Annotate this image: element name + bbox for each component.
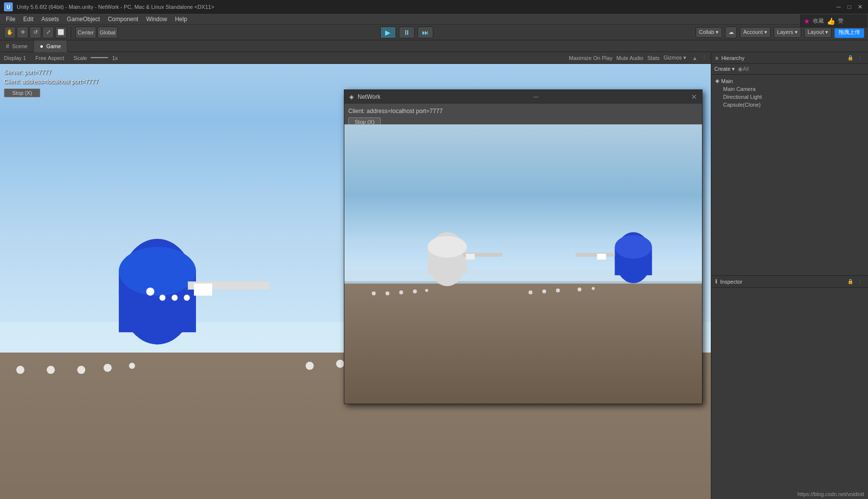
hierarchy-item-directional-light[interactable]: Directional Light <box>711 93 868 101</box>
svg-rect-7 <box>194 284 212 296</box>
top-right-panel: ★ 收藏 👍 赞 <box>799 14 868 29</box>
hierarchy-create-btn[interactable]: Create ▾ <box>714 66 735 72</box>
collab-button[interactable]: Collab ▾ <box>696 27 722 38</box>
game-toolbar: Display 1 | Free Aspect | Scale ━━━━━ 1x… <box>0 52 711 64</box>
svg-point-44 <box>556 289 560 293</box>
game-view-maximize-btn[interactable]: ▲ <box>692 55 698 61</box>
tab-game[interactable]: ● Game <box>34 40 67 52</box>
hierarchy-title: Hierarchy <box>721 55 744 61</box>
layers-button[interactable]: Layers ▾ <box>774 27 801 38</box>
game-view-options-btn[interactable]: ⋮ <box>701 55 707 61</box>
like-label: 赞 <box>838 17 843 25</box>
network-maximize-btn[interactable]: ✕ <box>691 93 697 101</box>
inspector-header: ℹ Inspector 🔒 ⋮ <box>711 276 868 288</box>
toolbar: ✋ ✛ ↺ ⤢ ⬜ Center Global ▶ ⏸ ⏭ Collab ▾ ☁… <box>0 25 868 40</box>
hierarchy-item-label: Main Camera <box>723 86 756 92</box>
inspector-lock-btn[interactable]: 🔒 <box>846 278 854 286</box>
svg-point-20 <box>146 288 155 296</box>
maximize-toggle[interactable]: Maximize On Play <box>569 55 613 61</box>
center-button[interactable]: Center <box>75 27 96 38</box>
server-text: Server: port=7777 <box>4 68 98 77</box>
svg-rect-35 <box>576 253 615 257</box>
menu-gameobject[interactable]: GameObject <box>63 15 104 24</box>
hierarchy-panel: ≡ Hierarchy 🔒 ⋮ Create ▾ ◉All ◈ Main Mai… <box>711 52 868 276</box>
inspector-panel: ℹ Inspector 🔒 ⋮ <box>711 276 868 499</box>
menu-assets[interactable]: Assets <box>37 15 63 24</box>
network-window: ◈ NetWork ─ ✕ Client: address=localhost … <box>344 89 702 404</box>
close-button[interactable]: ✕ <box>856 3 864 11</box>
menu-file[interactable]: File <box>2 15 19 24</box>
network-game-view <box>344 124 702 404</box>
hierarchy-icon: ≡ <box>715 55 718 61</box>
svg-point-39 <box>399 291 403 294</box>
network-close-btn[interactable]: ─ <box>533 93 538 101</box>
stop-button-game[interactable]: Stop (X) <box>4 88 40 97</box>
inspector-panel-actions: 🔒 ⋮ <box>846 278 864 286</box>
restore-button[interactable]: □ <box>845 3 853 11</box>
svg-rect-36 <box>597 254 606 260</box>
display-selector[interactable]: Display 1 <box>4 55 26 61</box>
scale-slider[interactable]: ━━━━━ <box>91 55 108 61</box>
svg-point-21 <box>160 294 166 300</box>
hierarchy-item-capsule[interactable]: Capsule(Clone) <box>711 101 868 109</box>
game-icon: ● <box>40 43 43 50</box>
network-icon: ◈ <box>349 93 354 100</box>
step-button[interactable]: ⏭ <box>418 27 433 38</box>
hierarchy-item-label: Capsule(Clone) <box>723 102 760 108</box>
rotate-tool[interactable]: ↺ <box>29 27 41 38</box>
svg-point-43 <box>542 290 546 294</box>
hierarchy-scene: ◈ Main <box>711 77 868 85</box>
play-button[interactable]: ▶ <box>380 27 396 38</box>
global-button[interactable]: Global <box>97 27 118 38</box>
aspect-selector[interactable]: Free Aspect <box>35 55 64 61</box>
right-panel: ≡ Hierarchy 🔒 ⋮ Create ▾ ◉All ◈ Main Mai… <box>711 52 868 499</box>
menu-component[interactable]: Component <box>104 15 142 24</box>
svg-point-29 <box>428 236 467 258</box>
menu-edit[interactable]: Edit <box>19 15 37 24</box>
svg-point-19 <box>336 360 344 368</box>
rect-tool[interactable]: ⬜ <box>55 27 67 38</box>
svg-point-14 <box>47 366 55 374</box>
scene-icon: # <box>6 43 9 50</box>
gizmos-button[interactable]: Gizmos ▾ <box>664 55 686 61</box>
move-tool[interactable]: ✛ <box>17 27 28 38</box>
inspector-title: Inspector <box>720 279 742 285</box>
svg-point-17 <box>129 363 135 369</box>
pivot-tools: Center Global <box>75 27 118 38</box>
transform-tools: ✋ ✛ ↺ ⤢ ⬜ <box>4 27 67 38</box>
game-overlay: Server: port=7777 Client: address=localh… <box>4 68 98 98</box>
pause-button[interactable]: ⏸ <box>399 27 415 38</box>
hierarchy-menu-btn[interactable]: ⋮ <box>856 54 864 62</box>
minimize-button[interactable]: ─ <box>835 3 842 11</box>
hand-tool[interactable]: ✋ <box>4 27 16 38</box>
favorite-button[interactable]: ★ 收藏 👍 赞 <box>800 14 868 28</box>
tab-bar: # Scene ● Game <box>0 40 868 52</box>
cloud-button[interactable]: ☁ <box>725 27 737 38</box>
svg-point-5 <box>119 247 196 295</box>
stats-toggle[interactable]: Stats <box>647 55 660 61</box>
svg-point-38 <box>386 292 390 295</box>
hierarchy-lock-btn[interactable]: 🔒 <box>846 54 854 62</box>
account-button[interactable]: Account ▾ <box>740 27 771 38</box>
mute-toggle[interactable]: Mute Audio <box>616 55 644 61</box>
network-client-text: Client: address=localhost port=7777 <box>348 108 698 115</box>
hierarchy-item-label: Directional Light <box>723 94 762 100</box>
hierarchy-all-btn[interactable]: ◉All <box>738 66 749 72</box>
svg-point-23 <box>184 294 190 300</box>
unity-scene-icon: ◈ <box>715 78 719 84</box>
title-bar: U Unity 5.6.6f2 (64bit) - Main.unity - N… <box>0 0 868 14</box>
svg-point-34 <box>615 235 652 259</box>
svg-point-37 <box>372 292 376 295</box>
hierarchy-content: ◈ Main Main Camera Directional Light Cap… <box>711 75 868 275</box>
svg-rect-26 <box>344 284 702 404</box>
scale-tool[interactable]: ⤢ <box>42 27 54 38</box>
inspector-menu-btn[interactable]: ⋮ <box>856 278 864 286</box>
network-title: NetWork <box>358 93 380 100</box>
menu-help[interactable]: Help <box>171 15 191 24</box>
hierarchy-item-main-camera[interactable]: Main Camera <box>711 85 868 93</box>
scale-label: Scale <box>74 55 87 61</box>
svg-point-13 <box>16 366 25 374</box>
svg-point-16 <box>104 364 112 372</box>
tab-scene[interactable]: # Scene <box>0 40 34 52</box>
menu-window[interactable]: Window <box>142 15 171 24</box>
